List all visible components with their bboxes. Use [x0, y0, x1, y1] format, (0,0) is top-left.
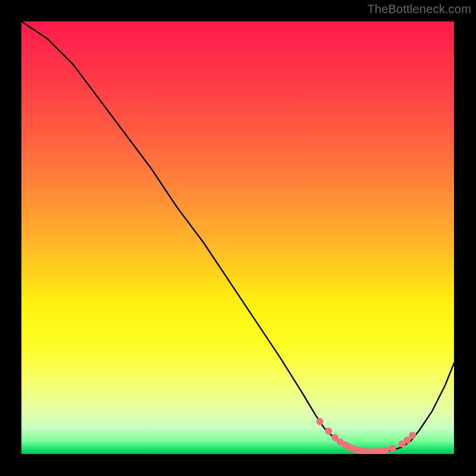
curve-marker [382, 447, 389, 454]
curve-marker [409, 432, 416, 439]
curve-layer [21, 21, 454, 454]
curve-marker [389, 445, 396, 452]
curve-marker [325, 427, 332, 434]
watermark-text: TheBottleneck.com [367, 2, 471, 16]
plot-area [21, 21, 454, 454]
chart-stage: TheBottleneck.com [0, 0, 476, 476]
curve-marker [317, 418, 324, 425]
bottleneck-curve [21, 21, 454, 452]
